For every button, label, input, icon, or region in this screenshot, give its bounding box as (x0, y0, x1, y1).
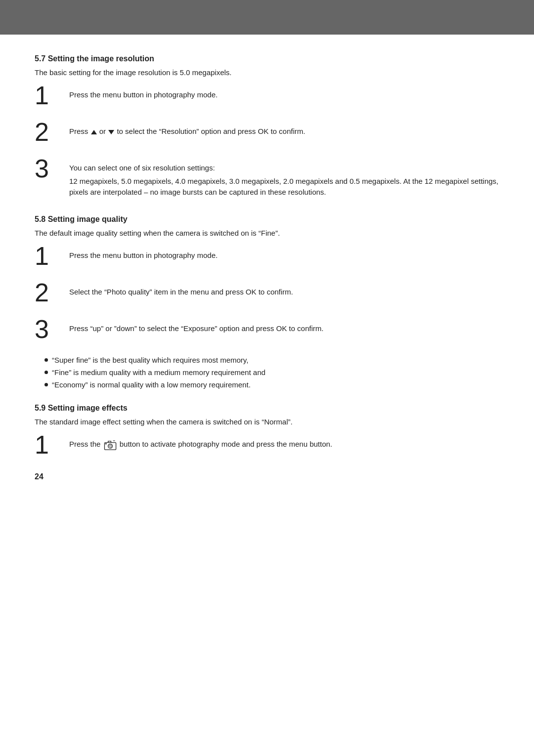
section-59-intro: The standard image effect setting when t… (35, 418, 499, 426)
step-number-3: 3 (35, 156, 69, 181)
step-58-3-text: Press “up” or ”down” to select the “Expo… (69, 319, 499, 335)
section-57-heading: 5.7 Setting the image resolution (35, 54, 499, 63)
bullet-2-text: “Fine” is medium quality with a medium m… (52, 368, 266, 377)
step-3-text: You can select one of six resolution set… (69, 159, 499, 200)
step-2-or: or (99, 127, 106, 135)
svg-point-3 (113, 440, 114, 441)
camera-svg (104, 439, 117, 450)
arrow-down-icon (108, 127, 115, 135)
section-58: 5.8 Setting image quality The default im… (35, 215, 499, 389)
bullet-1: “Super fine” is the best quality which r… (44, 356, 499, 364)
bullet-3-text: “Economy” is normal quality with a low m… (52, 380, 251, 389)
section-57-step-1: 1 Press the menu button in photography m… (35, 85, 499, 108)
svg-point-4 (114, 440, 115, 441)
section-58-intro: The default image quality setting when t… (35, 229, 499, 237)
arrow-up-icon (90, 127, 97, 135)
step-3-line1: You can select one of six resolution set… (69, 163, 499, 174)
step-59-number-1: 1 (35, 432, 69, 458)
step-2-prefix: Press (69, 127, 88, 135)
header-bar (0, 0, 534, 35)
step-2-suffix: to select the “Resolution” option and pr… (117, 127, 305, 135)
step-59-suffix: button to activate photography mode and … (120, 440, 332, 448)
step-59-prefix: Press the (69, 440, 100, 448)
bullet-3: “Economy” is normal quality with a low m… (44, 380, 499, 389)
step-58-number-2: 2 (35, 280, 69, 305)
step-58-2-text: Select the “Photo quality” item in the m… (69, 283, 499, 298)
bullet-1-text: “Super fine” is the best quality which r… (52, 356, 248, 364)
section-57-step-2: 2 Press or to select the “Resolution” op… (35, 122, 499, 145)
step-number-2: 2 (35, 119, 69, 145)
section-58-step-3: 3 Press “up” or ”down” to select the “Ex… (35, 319, 499, 342)
bullet-dot-1 (44, 358, 48, 362)
section-57-intro: The basic setting for the image resoluti… (35, 68, 499, 77)
section-58-step-2: 2 Select the “Photo quality” item in the… (35, 283, 499, 305)
svg-point-2 (109, 445, 111, 447)
section-58-heading: 5.8 Setting image quality (35, 215, 499, 224)
svg-rect-5 (105, 443, 106, 444)
section-57: 5.7 Setting the image resolution The bas… (35, 54, 499, 200)
page: 5.7 Setting the image resolution The bas… (0, 0, 534, 756)
bullet-dot-2 (44, 371, 48, 374)
section-58-bullets: “Super fine” is the best quality which r… (44, 356, 499, 389)
bullet-dot-3 (44, 383, 48, 386)
section-59-step-1: 1 Press the (35, 435, 499, 458)
step-3-line2: 12 megapixels, 5.0 megapixels, 4.0 megap… (69, 176, 499, 198)
step-58-number-1: 1 (35, 243, 69, 269)
section-59: 5.9 Setting image effects The standard i… (35, 404, 499, 458)
page-number: 24 (35, 472, 499, 481)
section-59-heading: 5.9 Setting image effects (35, 404, 499, 413)
svg-point-1 (108, 444, 112, 448)
step-58-1-text: Press the menu button in photography mod… (69, 246, 499, 261)
bullet-2: “Fine” is medium quality with a medium m… (44, 368, 499, 377)
step-58-number-3: 3 (35, 316, 69, 342)
camera-mode-icon (104, 439, 117, 450)
step-1-text: Press the menu button in photography mod… (69, 85, 499, 101)
section-58-step-1: 1 Press the menu button in photography m… (35, 246, 499, 269)
step-59-1-text: Press the (69, 435, 499, 450)
section-57-step-3: 3 You can select one of six resolution s… (35, 159, 499, 200)
step-2-text: Press or to select the “Resolution” opti… (69, 122, 499, 137)
step-number-1: 1 (35, 83, 69, 108)
